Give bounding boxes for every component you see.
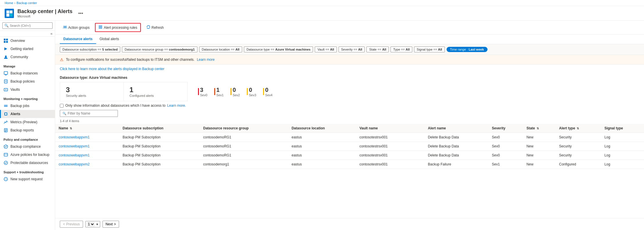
svg-rect-5 (6, 39, 8, 40)
svg-point-31 (64, 26, 65, 27)
filter-search-icon: 🔍 (62, 112, 66, 115)
sidebar-label-getting-started: Getting started (10, 47, 33, 51)
alert-processing-rules-button[interactable]: Alert processing rules (95, 23, 141, 32)
breadcrumb-home[interactable]: Home (5, 1, 13, 5)
sev3-count: 0 (249, 87, 256, 93)
sidebar-item-metrics[interactable]: Metrics (Preview) (0, 118, 55, 126)
filter-input-row: 🔍 (55, 110, 644, 118)
breadcrumb-parent[interactable]: Backup center (17, 1, 37, 5)
sidebar-item-overview[interactable]: Overview (0, 37, 55, 45)
cell-severity: Sev0 (488, 133, 523, 142)
sev2-bar (231, 88, 231, 95)
svg-rect-1 (10, 10, 12, 13)
info-link-anchor[interactable]: Click here to learn more about the alert… (60, 67, 164, 71)
protectable-datasources-icon (3, 161, 8, 165)
col-header-vault: Vault name (356, 124, 424, 133)
access-checkbox[interactable] (60, 104, 64, 108)
sidebar-item-backup-policies[interactable]: Backup policies (0, 77, 55, 85)
sidebar-item-backup-compliance[interactable]: Backup compliance (0, 142, 55, 151)
prev-button[interactable]: < Previous (60, 221, 83, 228)
sidebar-search[interactable]: 🔍 (2, 22, 53, 29)
filter-location[interactable]: Datasource location == All (199, 47, 242, 52)
sort-name[interactable]: ⇅ (70, 127, 72, 130)
cell-location: eastus (288, 160, 356, 169)
refresh-label: Refresh (152, 26, 164, 30)
svg-rect-25 (5, 131, 6, 132)
filter-state[interactable]: State == All (366, 47, 389, 52)
page-select-input[interactable]: 1 (87, 222, 95, 227)
stat-card-configured[interactable]: 1 Configured alerts (124, 82, 188, 101)
col-header-resource-group: Datasource resource group (200, 124, 288, 133)
checkbox-learn-more[interactable]: Learn more. (167, 104, 186, 108)
more-icon[interactable]: ••• (78, 11, 83, 16)
warning-bar: ⚠ To configure notifications for success… (55, 55, 644, 65)
svg-rect-10 (4, 72, 8, 74)
sev0-count: 3 (200, 87, 207, 93)
sev1-stat: 1 Sev1 (214, 87, 224, 97)
sidebar-item-getting-started[interactable]: Getting started (0, 45, 55, 53)
cell-alert-name: Delete Backup Data (424, 151, 488, 160)
filter-severity[interactable]: Severity == All (339, 47, 365, 52)
cell-subscription: Backup PM Subscription (119, 151, 199, 160)
sidebar-item-new-support[interactable]: ? New support request (0, 175, 55, 183)
sidebar-item-backup-jobs[interactable]: Backup jobs (0, 102, 55, 110)
page-selector[interactable]: 1 ▼ (85, 221, 100, 227)
sidebar-item-community[interactable]: Community (0, 53, 55, 61)
sev3-bar (247, 88, 248, 95)
sidebar-collapse[interactable]: « (0, 31, 55, 37)
table-row[interactable]: contosowebappvm2 Backup PM Subscription … (55, 160, 644, 169)
backup-jobs-icon (3, 104, 8, 108)
stats-section: Datasource type: Azure Virtual machines … (55, 73, 644, 104)
action-groups-icon (63, 25, 67, 30)
filter-type[interactable]: Type == All (391, 47, 412, 52)
sidebar-item-backup-reports[interactable]: Backup reports (0, 126, 55, 134)
filter-resource-group[interactable]: Datasource resource group == contosodemo… (122, 47, 197, 52)
sort-state[interactable]: ⇅ (537, 127, 539, 130)
cell-alert-name: Backup Failure (424, 160, 488, 169)
sidebar-item-protectable-datasources[interactable]: Protectable datasources (0, 159, 55, 167)
cell-signal-type: Log (601, 133, 644, 142)
col-header-signal-type: Signal type (601, 124, 644, 133)
table-row[interactable]: contosowebappvm1 Backup PM Subscription … (55, 142, 644, 151)
table-row[interactable]: contosowebappvm1 Backup PM Subscription … (55, 133, 644, 142)
sev1-label: Sev1 (216, 93, 224, 97)
next-icon: > (114, 222, 116, 226)
cell-name: contosowebappvm1 (55, 151, 119, 160)
filter-vault[interactable]: Vault == All (315, 47, 337, 52)
filter-time-range[interactable]: Time range : Last week (447, 47, 488, 52)
sidebar-item-vaults[interactable]: Vaults (0, 85, 55, 94)
svg-rect-24 (5, 130, 7, 131)
sidebar-item-alerts[interactable]: Alerts (0, 110, 55, 118)
sidebar-item-azure-policies[interactable]: Azure policies for backup (0, 151, 55, 159)
sidebar-label-community: Community (10, 55, 28, 59)
filter-input-box: 🔍 (60, 110, 118, 117)
sev4-bar (263, 88, 264, 95)
stat-card-security[interactable]: 3 Security alerts (60, 82, 124, 101)
next-button[interactable]: Next > (102, 221, 119, 228)
sev2-label: Sev2 (233, 93, 240, 97)
tab-datasource-alerts[interactable]: Datasource alerts (60, 35, 96, 44)
svg-rect-0 (6, 10, 9, 13)
svg-rect-23 (5, 129, 7, 130)
table-row[interactable]: contosowebappvm1 Backup PM Subscription … (55, 151, 644, 160)
refresh-button[interactable]: Refresh (143, 23, 167, 32)
svg-rect-3 (10, 14, 12, 17)
cell-resource-group: contosodemoRG1 (200, 133, 288, 142)
action-groups-button[interactable]: Action groups (60, 23, 93, 32)
sidebar-item-backup-instances[interactable]: Backup instances (0, 69, 55, 77)
filter-signal-type[interactable]: Signal type == All (414, 47, 445, 52)
prev-icon: < (63, 222, 65, 226)
sidebar-label-backup-reports: Backup reports (10, 128, 34, 132)
filter-subscription[interactable]: Datasource subscription == 5 selected (60, 47, 120, 52)
col-header-alert-type: Alert type ⇅ (555, 124, 601, 133)
svg-rect-13 (4, 80, 7, 83)
alert-processing-label: Alert processing rules (104, 26, 137, 30)
tab-global-alerts[interactable]: Global alerts (96, 35, 123, 44)
filter-by-name-input[interactable] (68, 111, 115, 115)
sev4-label: Sev4 (265, 93, 272, 97)
prev-label: Previous (66, 222, 80, 226)
search-input[interactable] (10, 24, 51, 27)
filter-datasource-type[interactable]: Datasource type == Azure Virtual machine… (244, 47, 313, 52)
warning-learn-more[interactable]: Learn more (197, 58, 215, 62)
sort-alert-type[interactable]: ⇅ (577, 127, 579, 130)
